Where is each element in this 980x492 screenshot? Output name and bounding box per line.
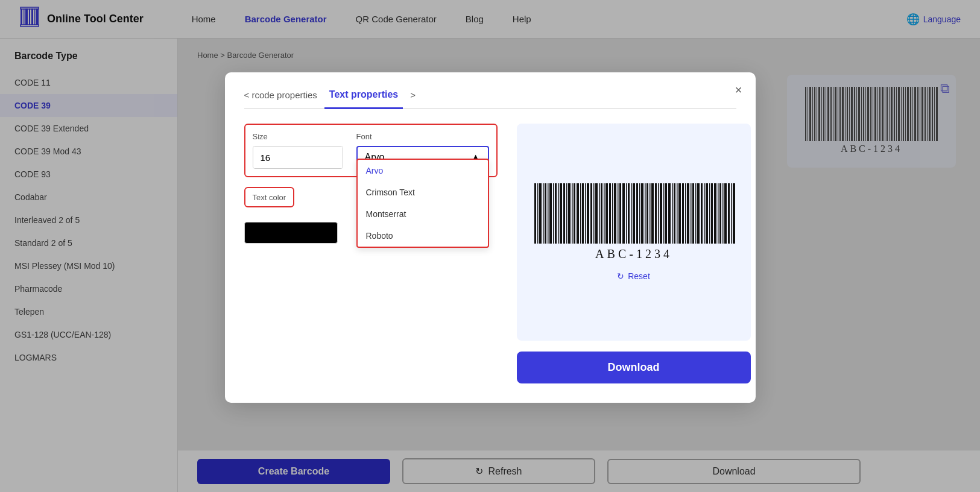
svg-rect-138 bbox=[724, 183, 727, 244]
svg-rect-118 bbox=[672, 183, 673, 244]
font-option-roboto[interactable]: Roboto bbox=[358, 225, 488, 247]
svg-rect-73 bbox=[549, 183, 552, 244]
modal-tab-barcode-properties[interactable]: < rcode properties bbox=[244, 90, 317, 107]
svg-rect-75 bbox=[555, 183, 557, 244]
svg-rect-97 bbox=[614, 183, 616, 244]
reset-icon: ↻ bbox=[617, 271, 624, 281]
svg-rect-125 bbox=[691, 183, 692, 244]
font-option-montserrat[interactable]: Montserrat bbox=[358, 203, 488, 225]
size-font-row: Size ▲ ▼ Font bbox=[253, 132, 489, 169]
svg-rect-139 bbox=[728, 183, 730, 244]
svg-rect-78 bbox=[563, 183, 565, 244]
svg-rect-104 bbox=[633, 183, 635, 244]
svg-rect-131 bbox=[706, 183, 708, 244]
download-modal-button[interactable]: Download bbox=[517, 352, 751, 383]
svg-rect-112 bbox=[655, 183, 657, 244]
svg-rect-114 bbox=[660, 183, 662, 244]
svg-rect-100 bbox=[622, 183, 625, 244]
svg-rect-93 bbox=[604, 183, 605, 244]
svg-rect-105 bbox=[636, 183, 638, 244]
svg-rect-99 bbox=[619, 183, 621, 244]
svg-rect-71 bbox=[545, 183, 546, 244]
svg-rect-115 bbox=[663, 183, 665, 244]
svg-rect-96 bbox=[612, 183, 613, 244]
svg-rect-127 bbox=[695, 183, 697, 244]
font-column: Font Arvo ▲ Arvo Crimson Text Montserrat bbox=[356, 132, 489, 169]
svg-rect-76 bbox=[558, 183, 559, 244]
svg-rect-128 bbox=[697, 183, 700, 244]
size-tab-label[interactable]: Size bbox=[253, 132, 349, 141]
modal-overlay[interactable]: < rcode properties Text properties > × S… bbox=[0, 0, 980, 492]
svg-rect-83 bbox=[577, 183, 579, 244]
svg-rect-81 bbox=[572, 183, 573, 244]
svg-rect-132 bbox=[709, 183, 710, 244]
svg-rect-88 bbox=[590, 183, 592, 244]
barcode-preview-box: ABC-1234 ↻ Reset bbox=[517, 124, 751, 341]
svg-rect-102 bbox=[628, 183, 630, 244]
svg-rect-137 bbox=[722, 183, 724, 244]
svg-rect-120 bbox=[677, 183, 678, 244]
modal-tab-next[interactable]: > bbox=[410, 90, 416, 107]
font-dropdown: Arvo Crimson Text Montserrat Roboto bbox=[356, 159, 489, 248]
size-column: Size ▲ ▼ bbox=[253, 132, 349, 169]
modal-body: Size ▲ ▼ Font bbox=[244, 124, 736, 383]
svg-rect-136 bbox=[719, 183, 721, 244]
svg-rect-67 bbox=[534, 183, 536, 244]
font-option-arvo[interactable]: Arvo bbox=[358, 160, 488, 181]
svg-rect-116 bbox=[665, 183, 667, 244]
modal-right-panel: ABC-1234 ↻ Reset Download bbox=[517, 124, 751, 383]
svg-rect-119 bbox=[674, 183, 675, 244]
modal-left-panel: Size ▲ ▼ Font bbox=[244, 124, 498, 383]
modal-header: < rcode properties Text properties > bbox=[244, 89, 736, 109]
barcode-svg-wrap: ABC-1234 bbox=[531, 183, 736, 262]
modal-tab-text-properties[interactable]: Text properties bbox=[324, 89, 403, 109]
svg-rect-109 bbox=[646, 183, 648, 244]
svg-rect-140 bbox=[731, 183, 732, 244]
svg-rect-111 bbox=[651, 183, 654, 244]
svg-rect-134 bbox=[714, 183, 716, 244]
svg-rect-68 bbox=[537, 183, 539, 244]
svg-rect-130 bbox=[704, 183, 705, 244]
svg-rect-123 bbox=[685, 183, 686, 244]
svg-rect-107 bbox=[641, 183, 643, 244]
svg-rect-92 bbox=[601, 183, 602, 244]
font-tab-label[interactable]: Font bbox=[356, 132, 489, 141]
svg-rect-98 bbox=[618, 183, 619, 244]
reset-label: Reset bbox=[628, 271, 650, 281]
svg-rect-122 bbox=[682, 183, 684, 244]
size-input[interactable] bbox=[253, 147, 343, 168]
svg-rect-85 bbox=[582, 183, 584, 244]
svg-rect-82 bbox=[574, 183, 575, 244]
svg-rect-77 bbox=[560, 183, 562, 244]
svg-rect-94 bbox=[605, 183, 608, 244]
svg-rect-117 bbox=[668, 183, 671, 244]
svg-rect-74 bbox=[553, 183, 554, 244]
svg-rect-90 bbox=[595, 183, 598, 244]
size-input-wrap: ▲ ▼ bbox=[253, 146, 343, 169]
svg-rect-141 bbox=[733, 183, 735, 244]
reset-button[interactable]: ↻ Reset bbox=[617, 271, 650, 281]
text-color-section: Text color bbox=[244, 187, 295, 207]
svg-rect-135 bbox=[718, 183, 719, 244]
svg-rect-103 bbox=[631, 183, 632, 244]
svg-rect-91 bbox=[599, 183, 600, 244]
barcode-preview-svg: ABC-1234 bbox=[531, 183, 736, 262]
modal-close-button[interactable]: × bbox=[735, 83, 742, 97]
color-swatch[interactable] bbox=[244, 222, 338, 244]
svg-rect-89 bbox=[593, 183, 595, 244]
svg-rect-101 bbox=[626, 183, 627, 244]
svg-rect-86 bbox=[585, 183, 586, 244]
svg-rect-110 bbox=[650, 183, 651, 244]
svg-rect-129 bbox=[701, 183, 703, 244]
svg-rect-87 bbox=[587, 183, 589, 244]
svg-rect-121 bbox=[678, 183, 681, 244]
modal: < rcode properties Text properties > × S… bbox=[225, 72, 756, 403]
svg-rect-84 bbox=[580, 183, 581, 244]
font-option-crimson[interactable]: Crimson Text bbox=[358, 181, 488, 203]
svg-rect-95 bbox=[609, 183, 611, 244]
text-color-label: Text color bbox=[253, 193, 286, 202]
svg-rect-106 bbox=[639, 183, 640, 244]
svg-rect-72 bbox=[548, 183, 549, 244]
svg-rect-80 bbox=[568, 183, 571, 244]
svg-rect-79 bbox=[566, 183, 567, 244]
